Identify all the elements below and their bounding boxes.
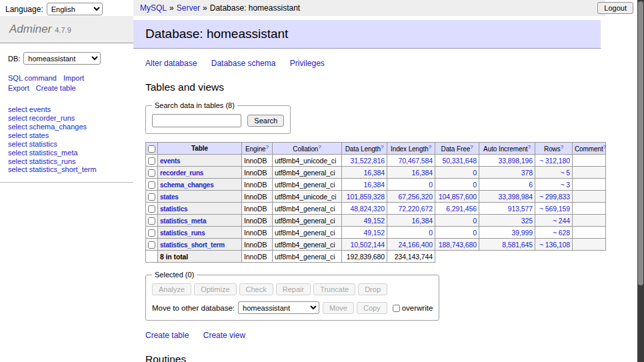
table-select-link[interactable]: select: [8, 157, 27, 165]
scrollbar-thumb[interactable]: [638, 1, 643, 285]
rows-link[interactable]: ~ 3: [560, 181, 570, 189]
help-link[interactable]: ?: [381, 144, 383, 150]
index-length-link[interactable]: 24,166,400: [398, 241, 433, 249]
index-length-link[interactable]: 16,384: [411, 169, 433, 177]
rows-link[interactable]: ~ 569,159: [539, 205, 570, 213]
table-name-link[interactable]: recorder_runs: [160, 169, 203, 177]
data-length-link[interactable]: 16,384: [363, 181, 385, 189]
auto-increment-link[interactable]: 325: [521, 217, 533, 225]
row-checkbox[interactable]: [148, 157, 155, 165]
repair-button[interactable]: Repair: [276, 283, 311, 295]
data-length-link[interactable]: 49,152: [363, 217, 385, 225]
drop-button[interactable]: Drop: [358, 283, 387, 295]
table-select-link[interactable]: select: [8, 105, 27, 113]
auto-increment-link[interactable]: 39,999: [511, 229, 533, 237]
rows-link[interactable]: ~ 299,833: [539, 193, 570, 201]
table-select-link[interactable]: select: [8, 140, 27, 148]
table-name-link[interactable]: statistics_short_term: [160, 241, 225, 249]
table-select-link[interactable]: select: [8, 131, 27, 139]
table-select-link[interactable]: select: [8, 149, 27, 157]
rows-link[interactable]: ~ 244: [553, 217, 570, 225]
table-name-link[interactable]: recorder_runs: [29, 114, 75, 122]
alter-database-link[interactable]: Alter database: [145, 59, 197, 68]
help-link[interactable]: ?: [429, 144, 431, 150]
rows-link[interactable]: ~ 5: [560, 169, 570, 177]
help-link[interactable]: ?: [528, 144, 531, 150]
data-free-link[interactable]: 104,857,600: [439, 193, 477, 201]
table-name-link[interactable]: statistics_runs: [160, 229, 205, 237]
help-link[interactable]: ?: [266, 144, 269, 150]
index-length-link[interactable]: 72,220,672: [398, 205, 433, 213]
rows-link[interactable]: ~ 628: [553, 229, 570, 237]
table-name-link[interactable]: states: [29, 131, 49, 139]
table-select-link[interactable]: select: [8, 114, 27, 122]
table-name-link[interactable]: states: [160, 193, 179, 201]
data-free-link[interactable]: 0: [473, 217, 477, 225]
data-free-link[interactable]: 0: [473, 169, 477, 177]
data-length-link[interactable]: 10,502,144: [350, 241, 385, 249]
table-name-link[interactable]: statistics_meta: [29, 149, 78, 157]
help-link[interactable]: ?: [603, 144, 606, 150]
table-name-link[interactable]: events: [29, 105, 51, 113]
create-table-link[interactable]: Create table: [145, 331, 189, 340]
rows-link[interactable]: ~ 136,108: [539, 241, 570, 249]
data-length-link[interactable]: 31,522,816: [350, 157, 385, 165]
import-link[interactable]: Import: [63, 74, 84, 82]
scrollbar[interactable]: [637, 0, 644, 362]
search-button[interactable]: Search: [247, 115, 284, 127]
database-schema-link[interactable]: Database schema: [211, 59, 276, 68]
index-length-link[interactable]: 70,467,584: [398, 157, 433, 165]
data-free-link[interactable]: 50,331,648: [442, 157, 477, 165]
help-link[interactable]: ?: [318, 144, 321, 150]
data-length-link[interactable]: 48,824,320: [350, 205, 385, 213]
data-length-link[interactable]: 49,152: [363, 229, 385, 237]
analyze-button[interactable]: Analyze: [152, 283, 191, 295]
truncate-button[interactable]: Truncate: [313, 283, 355, 295]
table-select-link[interactable]: select: [8, 123, 27, 131]
search-input[interactable]: [152, 114, 241, 127]
help-link[interactable]: ?: [561, 144, 563, 150]
move-database-select[interactable]: homeassistant: [238, 301, 319, 314]
row-checkbox[interactable]: [148, 241, 155, 249]
row-checkbox[interactable]: [148, 229, 155, 237]
row-checkbox[interactable]: [148, 217, 155, 225]
row-checkbox[interactable]: [148, 181, 155, 189]
auto-increment-link[interactable]: 33,398,984: [498, 193, 533, 201]
table-name-link[interactable]: statistics: [29, 140, 57, 148]
row-checkbox[interactable]: [148, 193, 155, 201]
table-name-link[interactable]: events: [160, 157, 181, 165]
export-link[interactable]: Export: [8, 84, 29, 92]
row-checkbox[interactable]: [148, 169, 155, 177]
index-length-link[interactable]: 0: [429, 181, 433, 189]
create-view-link[interactable]: Create view: [203, 331, 245, 340]
copy-button[interactable]: Copy: [357, 302, 387, 314]
rows-link[interactable]: ~ 312,180: [539, 157, 570, 165]
table-name-link[interactable]: schema_changes: [29, 123, 87, 131]
index-length-link[interactable]: 0: [429, 229, 433, 237]
data-length-link[interactable]: 16,384: [363, 169, 385, 177]
sql-command-link[interactable]: SQL command: [8, 74, 57, 82]
auto-increment-link[interactable]: 33,898,196: [498, 157, 533, 165]
data-free-link[interactable]: 0: [473, 181, 477, 189]
data-free-link[interactable]: 0: [473, 229, 477, 237]
help-link[interactable]: ?: [470, 144, 473, 150]
table-name-link[interactable]: statistics_meta: [160, 217, 206, 225]
create-table-link[interactable]: Create table: [36, 84, 76, 92]
check-button[interactable]: Check: [239, 283, 273, 295]
app-name[interactable]: Adminer: [9, 23, 51, 35]
auto-increment-link[interactable]: 6: [529, 181, 533, 189]
data-length-link[interactable]: 101,859,328: [347, 193, 385, 201]
auto-increment-link[interactable]: 8,581,645: [502, 241, 533, 249]
auto-increment-link[interactable]: 378: [521, 169, 533, 177]
data-free-link[interactable]: 6,291,456: [446, 205, 477, 213]
select-all-checkbox[interactable]: [148, 145, 155, 153]
table-name-link[interactable]: statistics_runs: [29, 157, 76, 165]
index-length-link[interactable]: 16,384: [411, 217, 433, 225]
table-name-link[interactable]: statistics_short_term: [29, 165, 97, 173]
row-checkbox[interactable]: [148, 205, 155, 213]
move-button[interactable]: Move: [323, 302, 354, 314]
index-length-link[interactable]: 67,256,320: [398, 193, 433, 201]
optimize-button[interactable]: Optimize: [194, 283, 236, 295]
table-name-link[interactable]: schema_changes: [160, 181, 214, 189]
table-select-link[interactable]: select: [8, 165, 27, 173]
